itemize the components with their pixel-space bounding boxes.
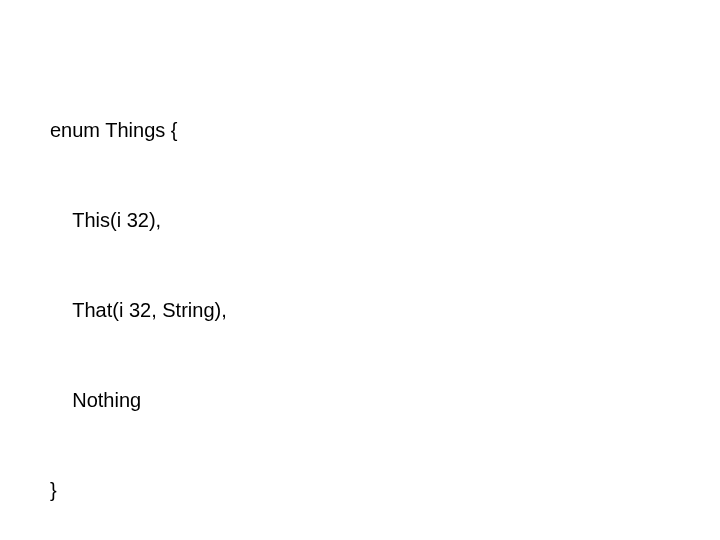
code-line-variant-that: That(i 32, String), xyxy=(50,295,720,325)
code-block: enum Things { This(i 32), That(i 32, Str… xyxy=(50,55,720,540)
code-line-variant-nothing: Nothing xyxy=(50,385,720,415)
code-line-enum-close: } xyxy=(50,475,720,505)
slide-content: enum Things { This(i 32), That(i 32, Str… xyxy=(0,0,720,540)
code-text: That(i 32, String), xyxy=(50,295,227,325)
code-line-variant-this: This(i 32), xyxy=(50,205,720,235)
code-text: This(i 32), xyxy=(50,205,161,235)
code-text: Nothing xyxy=(50,385,141,415)
code-line-enum-open: enum Things { xyxy=(50,115,720,145)
